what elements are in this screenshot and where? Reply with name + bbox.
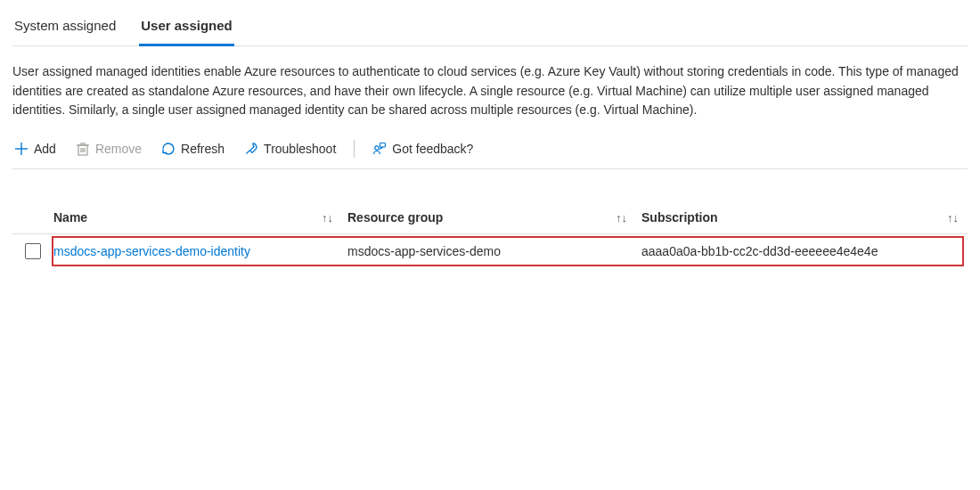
column-name-label: Name: [53, 210, 87, 225]
toolbar: Add Remove Refresh Troubleshoot Got feed…: [12, 133, 968, 169]
toolbar-divider: [354, 140, 355, 158]
sort-icon: ↑↓: [322, 211, 333, 225]
row-checkbox[interactable]: [25, 243, 41, 259]
description-text: User assigned managed identities enable …: [12, 46, 968, 133]
plus-icon: [14, 142, 29, 156]
svg-line-8: [247, 151, 250, 154]
tab-user-assigned[interactable]: User assigned: [139, 11, 234, 46]
identity-name-link[interactable]: msdocs-app-services-demo-identity: [53, 244, 250, 258]
trash-icon: [76, 142, 90, 156]
troubleshoot-label: Troubleshoot: [264, 142, 336, 156]
tabs: System assigned User assigned: [12, 0, 968, 46]
add-label: Add: [34, 142, 56, 156]
table-row: msdocs-app-services-demo-identity msdocs…: [12, 234, 968, 268]
column-rg-label: Resource group: [347, 210, 443, 225]
add-button[interactable]: Add: [12, 138, 58, 159]
table-header: Name ↑↓ Resource group ↑↓ Subscription ↑…: [12, 201, 968, 234]
identities-table: Name ↑↓ Resource group ↑↓ Subscription ↑…: [12, 201, 968, 268]
feedback-label: Got feedback?: [392, 142, 473, 156]
remove-label: Remove: [95, 142, 142, 156]
svg-point-9: [375, 146, 379, 150]
sort-icon: ↑↓: [947, 211, 959, 225]
refresh-label: Refresh: [181, 142, 225, 156]
svg-rect-10: [380, 143, 386, 148]
column-sub-label: Subscription: [641, 210, 718, 225]
wrench-icon: [244, 142, 258, 156]
feedback-button[interactable]: Got feedback?: [371, 138, 475, 159]
sort-icon: ↑↓: [616, 211, 627, 225]
column-header-subscription[interactable]: Subscription ↑↓: [641, 210, 968, 225]
refresh-button[interactable]: Refresh: [159, 138, 226, 159]
column-header-resource-group[interactable]: Resource group ↑↓: [347, 210, 641, 225]
troubleshoot-button[interactable]: Troubleshoot: [242, 138, 338, 159]
identity-subscription: aaaa0a0a-bb1b-cc2c-dd3d-eeeeee4e4e4e: [641, 244, 878, 258]
remove-button: Remove: [74, 138, 143, 159]
refresh-icon: [161, 142, 176, 156]
tab-system-assigned[interactable]: System assigned: [12, 11, 118, 46]
column-header-name[interactable]: Name ↑↓: [53, 210, 347, 225]
person-feedback-icon: [372, 142, 387, 156]
identity-resource-group: msdocs-app-services-demo: [347, 244, 501, 258]
